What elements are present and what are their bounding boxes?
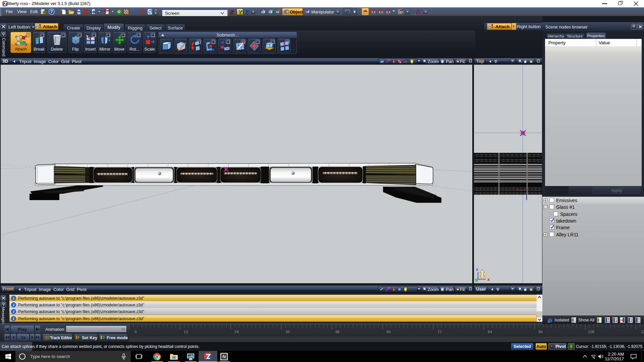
svg-text:x: x [487,277,490,282]
svg-text:N: N [222,354,226,359]
svg-text:y: y [475,277,478,282]
svg-text:?: ? [50,9,53,14]
svg-text:z: z [476,267,478,272]
